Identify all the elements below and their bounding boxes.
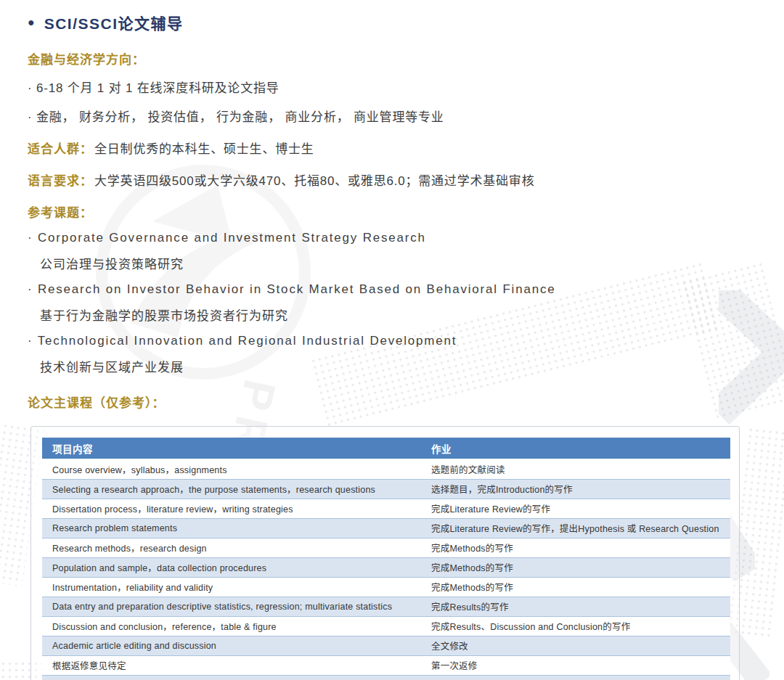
table-row: Dissertation process，literature review，w… <box>42 499 730 518</box>
topic-title-en: · Technological Innovation and Regional … <box>28 334 784 348</box>
section-title-row: ● SCI/SSCI论文辅导 <box>28 12 784 33</box>
cell-homework: 选择题目，完成Introduction的写作 <box>425 479 730 499</box>
cell-homework: 选题前的文献阅读 <box>425 459 730 479</box>
cell-homework: 完成Results的写作 <box>425 597 730 616</box>
table-row: Instrumentation，reliability and validity… <box>42 577 730 597</box>
topics-label: 参考课题： <box>28 202 784 221</box>
column-header-homework: 作业 <box>425 438 730 459</box>
cell-project-content: Selecting a research approach，the purpos… <box>42 479 425 499</box>
table-row: Research methods，research design 完成Metho… <box>42 538 730 557</box>
cell-project-content: Academic article editing and discussion <box>42 636 425 655</box>
table-row: Course overview，syllabus，assignments 选题前… <box>42 459 730 479</box>
language-label: 语言要求： <box>28 174 93 188</box>
topic-title-en: · Corporate Governance and Investment St… <box>28 231 784 245</box>
table-header-row: 项目内容 作业 <box>42 438 730 459</box>
language-line: 语言要求：大学英语四级500或大学六级470、托福80、或雅思6.0；需通过学术… <box>28 171 784 189</box>
program-bullet-duration: · 6-18 个月 1 对 1 在线深度科研及论文指导 <box>28 78 784 96</box>
page-title: SCI/SSCI论文辅导 <box>44 12 184 33</box>
audience-text: 全日制优秀的本科生、硕士生、博士生 <box>94 142 314 156</box>
table-row: Research problem statements 完成Literature… <box>42 518 730 538</box>
cell-homework: 完成Results、Discussion and Conclusion的写作 <box>425 616 730 636</box>
title-bullet-icon: ● <box>28 17 35 28</box>
language-text: 大学英语四级500或大学六级470、托福80、或雅思6.0；需通过学术基础审核 <box>94 174 534 188</box>
direction-label: 金融与经济学方向： <box>28 49 784 67</box>
cell-homework: 第一次返修 <box>425 655 730 675</box>
audience-line: 适合人群：全日制优秀的本科生、硕士生、博士生 <box>28 139 784 157</box>
cell-homework: 完成Literature Review的写作，提出Hypothesis 或 Re… <box>425 518 730 538</box>
cell-project-content: Instrumentation，reliability and validity <box>42 577 425 597</box>
cell-project-content: Data entry and preparation descriptive s… <box>42 597 425 616</box>
cell-homework: 第二次返修 <box>425 675 730 680</box>
cell-project-content: Course overview，syllabus，assignments <box>42 459 425 479</box>
course-table-card: 项目内容 作业 Course overview，syllabus，assignm… <box>30 426 740 680</box>
cell-project-content: Discussion and conclusion，reference，tabl… <box>42 616 425 636</box>
cell-project-content: 根据返修意见待定 <box>42 655 425 675</box>
program-bullet-majors: · 金融， 财务分析， 投资估值， 行为金融， 商业分析， 商业管理等专业 <box>28 107 784 125</box>
topic-title-zh: 技术创新与区域产业发展 <box>28 357 784 375</box>
cell-homework: 完成Literature Review的写作 <box>425 499 730 518</box>
cell-project-content: Dissertation process，literature review，w… <box>42 499 425 518</box>
cell-project-content: 根据返修意见待定 <box>42 675 425 680</box>
topic-item: · Technological Innovation and Regional … <box>28 334 784 375</box>
table-row: Academic article editing and discussion … <box>42 636 730 655</box>
table-row: 根据返修意见待定 第一次返修 <box>42 655 730 675</box>
course-label: 论文主课程（仅参考）： <box>28 393 784 411</box>
table-row: 根据返修意见待定 第二次返修 <box>42 675 730 680</box>
document-page: ● SCI/SSCI论文辅导 金融与经济学方向： · 6-18 个月 1 对 1… <box>0 0 784 680</box>
cell-homework: 完成Methods的写作 <box>425 557 730 577</box>
cell-homework: 完成Methods的写作 <box>425 577 730 597</box>
table-row: Population and sample，data collection pr… <box>42 557 730 577</box>
cell-project-content: Research methods，research design <box>42 538 425 557</box>
cell-project-content: Research problem statements <box>42 518 425 538</box>
column-header-project: 项目内容 <box>42 438 425 459</box>
course-table: 项目内容 作业 Course overview，syllabus，assignm… <box>42 438 730 680</box>
topic-title-zh: 公司治理与投资策略研究 <box>28 254 784 272</box>
table-row: Selecting a research approach，the purpos… <box>42 479 730 499</box>
topic-item: · Corporate Governance and Investment St… <box>28 231 784 272</box>
topic-item: · Research on Investor Behavior in Stock… <box>28 282 784 324</box>
cell-homework: 全文修改 <box>425 636 730 655</box>
cell-homework: 完成Methods的写作 <box>425 538 730 557</box>
table-row: Data entry and preparation descriptive s… <box>42 597 730 616</box>
audience-label: 适合人群： <box>28 142 93 156</box>
table-body: Course overview，syllabus，assignments 选题前… <box>42 459 730 680</box>
cell-project-content: Population and sample，data collection pr… <box>42 557 425 577</box>
topic-title-en: · Research on Investor Behavior in Stock… <box>28 282 784 297</box>
topic-title-zh: 基于行为金融学的股票市场投资者行为研究 <box>28 306 784 324</box>
topics-list: · Corporate Governance and Investment St… <box>28 231 784 375</box>
table-row: Discussion and conclusion，reference，tabl… <box>42 616 730 636</box>
